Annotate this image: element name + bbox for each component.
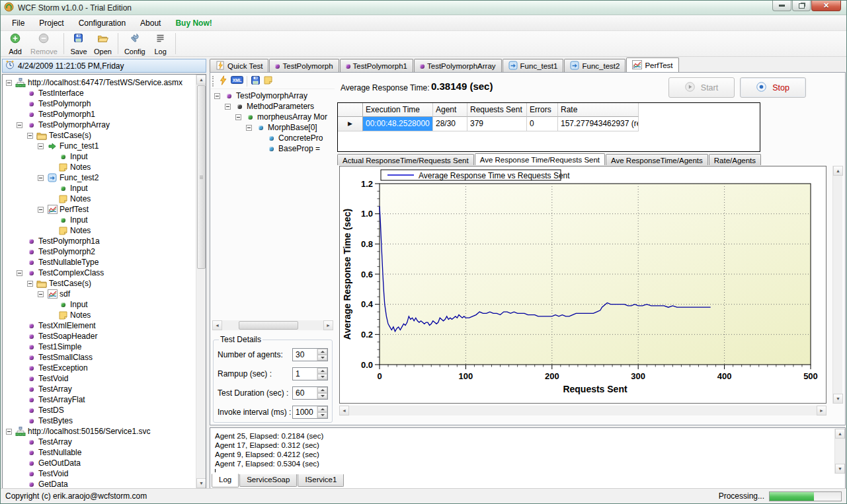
spinner-value[interactable]: 1 <box>293 368 317 380</box>
tree-item[interactable]: Func_test2 <box>4 172 206 183</box>
tree-item[interactable]: Input <box>4 151 206 162</box>
grid-col-header[interactable]: Rate <box>558 103 639 117</box>
tab-ave-responsetime-agents[interactable]: Ave ResponseTime/Agents <box>606 154 708 165</box>
numeric-spinner[interactable]: 1000 <box>292 406 328 419</box>
tree-expander-icon[interactable] <box>225 104 231 110</box>
tree-item[interactable]: TestInterface <box>4 88 206 98</box>
tree-item[interactable]: TestVoid <box>4 468 206 479</box>
tree-item[interactable]: http://localhost:50156/Service1.svc <box>4 426 206 437</box>
tab-perftest[interactable]: PerfTest <box>626 57 678 72</box>
minimize-button[interactable] <box>772 1 791 11</box>
grid-row[interactable]: ▶00:00:48.252800028/303790157.2779434629… <box>338 117 760 131</box>
tree-item[interactable]: TestPolymorph2 <box>4 246 206 257</box>
menu-configuration[interactable]: Configuration <box>71 17 133 30</box>
grid-cell[interactable]: 0 <box>527 117 558 131</box>
grid-cell[interactable]: 00:00:48.2528000 <box>363 117 433 131</box>
scrollbar-thumb[interactable] <box>239 321 298 330</box>
tree-item[interactable]: TestXmlElement <box>4 320 206 331</box>
tree-expander-icon[interactable] <box>17 122 22 128</box>
parameter-tree-hscrollbar[interactable]: ◄ ► <box>212 320 333 330</box>
save-icon[interactable] <box>251 75 261 87</box>
tree-expander-icon[interactable] <box>38 207 44 213</box>
tree-expander-icon[interactable] <box>17 270 22 276</box>
scroll-left-icon[interactable]: ◄ <box>212 320 222 330</box>
restore-button[interactable] <box>792 1 811 11</box>
scroll-right-icon[interactable]: ► <box>323 320 333 330</box>
tree-expander-icon[interactable] <box>235 114 241 120</box>
tree-item[interactable]: Test1Simple <box>4 342 206 352</box>
spinner-up-icon[interactable] <box>317 349 327 355</box>
chart-vscrollbar[interactable]: ▲ ▼ <box>832 166 842 404</box>
tab-quick-test[interactable]: Quick Test <box>210 59 268 72</box>
tree-item[interactable]: ConcretePro <box>212 133 334 143</box>
spinner-down-icon[interactable] <box>317 393 327 399</box>
tree-item[interactable]: TestPolymorph <box>4 98 206 109</box>
tree-item[interactable]: Notes <box>4 194 206 204</box>
grid-col-header[interactable]: Requests Sent <box>467 103 527 117</box>
tree-item[interactable]: TestArray <box>4 384 206 394</box>
tree-expander-icon[interactable] <box>246 125 252 131</box>
tree-item[interactable]: TestCase(s) <box>4 278 206 289</box>
spinner-value[interactable]: 1000 <box>293 406 317 418</box>
save-button[interactable]: Save <box>67 31 91 56</box>
spinner-up-icon[interactable] <box>317 406 327 412</box>
spinner-value[interactable]: 60 <box>293 387 317 399</box>
tree-item[interactable]: http://localhost:64747/TestWS/Service.as… <box>4 77 206 88</box>
log-scrollbar[interactable]: ▲ ▼ <box>834 429 844 474</box>
grid-col-header[interactable]: Execution Time <box>363 103 433 117</box>
tree-item[interactable]: sdf <box>4 289 206 299</box>
tree-item[interactable]: Input <box>4 183 206 194</box>
tree-item[interactable]: morpheusArray Mor <box>212 112 334 122</box>
tree-item[interactable]: Notes <box>4 310 206 320</box>
tree-expander-icon[interactable] <box>38 175 44 181</box>
tree-item[interactable]: GetData <box>4 479 206 489</box>
scrollbar-thumb[interactable] <box>197 85 206 269</box>
remove-button[interactable]: Remove <box>27 31 61 56</box>
tree-item[interactable]: TestVoid <box>4 373 206 384</box>
spinner-down-icon[interactable] <box>317 374 327 380</box>
open-button[interactable]: Open <box>91 31 115 56</box>
grid-col-header[interactable]: Agent <box>433 103 467 117</box>
tab-iservice1[interactable]: IService1 <box>298 474 344 487</box>
tree-item[interactable]: Notes <box>4 162 206 172</box>
grid-cell[interactable]: 157.277943462937 (req/min) <box>558 117 639 131</box>
scroll-up-icon[interactable]: ▲ <box>833 166 843 176</box>
menu-about[interactable]: About <box>133 17 168 30</box>
tree-item[interactable]: TestPolymorphArray <box>4 120 206 130</box>
tree-item[interactable]: Notes <box>4 225 206 236</box>
tree-item[interactable]: TestSoapHeader <box>4 331 206 342</box>
grid-cell[interactable]: 28/30 <box>433 117 467 131</box>
scroll-up-icon[interactable]: ▲ <box>196 75 206 85</box>
tab-func-test1[interactable]: Func_test1 <box>503 59 564 72</box>
scroll-right-icon[interactable]: ► <box>817 406 827 415</box>
xml-icon[interactable]: XML <box>231 75 243 87</box>
tree-item[interactable]: TestComplexClass <box>4 268 206 278</box>
tree-item[interactable]: TestBytes <box>4 415 206 426</box>
tree-item[interactable]: Input <box>4 215 206 225</box>
menu-buy-now[interactable]: Buy Now! <box>168 17 219 30</box>
config-button[interactable]: Config <box>121 31 149 56</box>
lightning-icon[interactable] <box>219 75 227 87</box>
spinner-down-icon[interactable] <box>317 355 327 361</box>
chart-hscrollbar[interactable]: ◄ ► <box>339 406 827 415</box>
tree-item[interactable]: Func_test1 <box>4 141 206 151</box>
scroll-down-icon[interactable]: ▼ <box>196 478 206 488</box>
grid-cell[interactable]: 379 <box>467 117 527 131</box>
tree-expander-icon[interactable] <box>6 80 12 86</box>
tree-item[interactable]: MethodParameters <box>212 101 334 112</box>
notes-icon[interactable] <box>264 76 272 87</box>
start-button[interactable]: Start <box>668 77 735 98</box>
tree-expander-icon[interactable] <box>38 291 44 297</box>
spinner-up-icon[interactable] <box>317 387 327 393</box>
tab-testpolymorph[interactable]: TestPolymorph <box>269 59 339 72</box>
spinner-down-icon[interactable] <box>317 412 327 418</box>
tree-item[interactable]: TestDS <box>4 405 206 415</box>
grid-col-header[interactable]: Errors <box>527 103 558 117</box>
tab-servicesoap[interactable]: ServiceSoap <box>239 474 297 487</box>
spinner-value[interactable]: 30 <box>293 349 317 361</box>
tree-item[interactable]: TestPolymorph1a <box>4 236 206 246</box>
numeric-spinner[interactable]: 60 <box>292 386 328 400</box>
tab-testpolymorph1[interactable]: TestPolymorph1 <box>340 59 413 72</box>
tree-item[interactable]: TestCase(s) <box>4 130 206 141</box>
tree-item[interactable]: MorphBase[0] <box>212 122 334 133</box>
